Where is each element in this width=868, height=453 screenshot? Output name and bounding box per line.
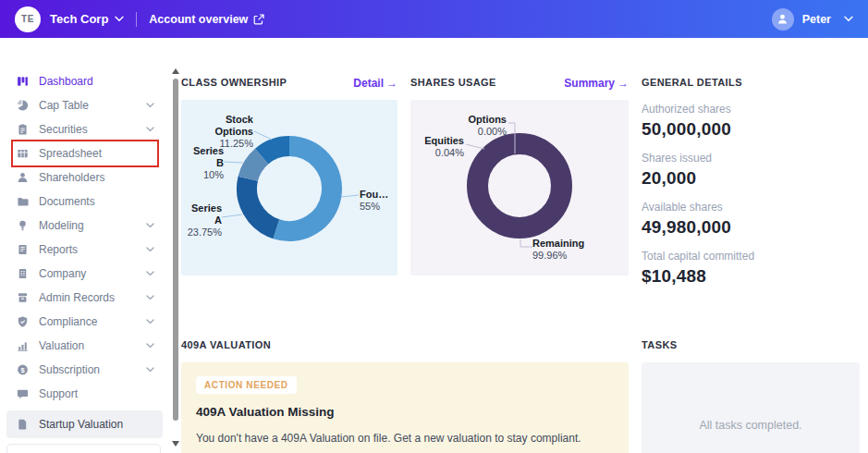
person-icon	[776, 13, 789, 25]
sidebar-item-label: Compliance	[39, 315, 97, 328]
slice-percent: 99.96%	[532, 250, 610, 262]
scroll-down-icon[interactable]	[172, 441, 179, 447]
sidebar-item-documents[interactable]: Documents	[0, 190, 167, 214]
sidebar-item-label: Documents	[39, 195, 95, 208]
lightbulb-icon	[17, 219, 30, 232]
scroll-up-icon[interactable]	[172, 68, 179, 74]
sidebar-item-valuation[interactable]: Valuation	[0, 334, 167, 358]
donut-label-series-a: Series A23.75%	[183, 202, 222, 239]
sidebar-item-shareholders[interactable]: Shareholders	[0, 165, 167, 190]
pie-chart-icon	[17, 99, 30, 112]
chat-icon	[17, 387, 30, 400]
stat-total-capital-committed: Total capital committed$10,488	[642, 250, 860, 287]
shield-icon	[17, 315, 30, 328]
sidebar-item-label: Admin Records	[39, 291, 115, 304]
bar-chart-icon	[17, 339, 30, 352]
slice-name: Series A	[183, 202, 222, 226]
sidebar-item-label: Valuation	[39, 339, 84, 352]
class-ownership-title: CLASS OWNERSHIP	[181, 77, 287, 88]
stat-value: 49,980,000	[642, 217, 860, 238]
content-scrollbar	[172, 68, 179, 447]
stat-label: Authorized shares	[642, 103, 860, 116]
sidebar-item-subscription[interactable]: $Subscription	[0, 358, 167, 382]
stat-authorized-shares: Authorized shares50,000,000	[642, 103, 860, 140]
stat-label: Available shares	[642, 201, 860, 214]
chevron-down-icon	[146, 367, 154, 373]
sidebar-item-securities[interactable]: Securities	[0, 117, 167, 141]
chevron-down-icon[interactable]	[115, 16, 124, 22]
account-overview-link[interactable]: Account overview	[149, 13, 264, 26]
user-avatar[interactable]	[772, 8, 794, 31]
stat-available-shares: Available shares49,980,000	[642, 201, 860, 238]
chevron-down-icon[interactable]	[844, 16, 853, 22]
tasks-empty-message: All tasks completed.	[699, 419, 801, 432]
slice-name: Series B	[183, 145, 224, 169]
class-ownership-detail-link[interactable]: Detail →	[353, 77, 397, 90]
slice-percent: 23.75%	[183, 226, 222, 239]
slice-percent: 0.04%	[410, 147, 464, 159]
chevron-down-icon	[146, 247, 154, 252]
donut-label-fou: Fou…55%	[360, 189, 397, 213]
tasks-title: TASKS	[642, 339, 677, 350]
slice-name: Equities	[410, 135, 464, 147]
dollar-icon: $	[17, 363, 30, 376]
409a-missing-body: You don't have a 409A Valuation on file.…	[196, 432, 614, 445]
stat-shares-issued: Shares issued20,000	[642, 152, 860, 189]
chevron-down-icon	[146, 127, 154, 132]
slice-name: Options	[447, 114, 507, 126]
building-icon	[17, 267, 30, 280]
sidebar-item-modeling[interactable]: Modeling	[0, 214, 167, 238]
shares-usage-summary-link[interactable]: Summary →	[564, 77, 629, 90]
top-header: TE Tech Corp Account overview Peter	[0, 0, 868, 38]
general-details-section: GENERAL DETAILS Authorized shares50,000,…	[642, 77, 860, 299]
sidebar-item-cap-table[interactable]: Cap Table	[0, 93, 167, 117]
header-divider	[136, 12, 137, 27]
chevron-down-icon	[146, 271, 154, 276]
org-name[interactable]: Tech Corp	[50, 12, 108, 26]
clipboard-icon	[17, 123, 30, 136]
sidebar-item-reports[interactable]: Reports	[0, 238, 167, 262]
sidebar-item-label: Shareholders	[39, 171, 104, 184]
sidebar-item-spreadsheet[interactable]: Spreadsheet	[0, 141, 167, 165]
shares-usage-donut-chart: Options0.00%Equities0.04%Remaining99.96%	[410, 100, 629, 275]
report-icon	[17, 243, 30, 256]
sidebar-item-startup-valuation[interactable]: Startup Valuation	[6, 410, 163, 438]
sidebar-item-compliance[interactable]: Compliance	[0, 310, 167, 334]
stat-value: $10,488	[642, 266, 860, 287]
sidebar-item-partial	[6, 444, 161, 453]
sidebar-item-label: Dashboard	[39, 75, 93, 88]
dashboard-icon	[17, 75, 30, 88]
external-link-icon	[253, 14, 264, 25]
chevron-down-icon	[146, 343, 154, 349]
chevron-down-icon	[146, 295, 154, 300]
chevron-down-icon	[146, 223, 154, 228]
donut-label-remaining: Remaining99.96%	[532, 238, 610, 262]
arrow-right-icon: →	[617, 77, 629, 90]
document-icon	[17, 418, 30, 431]
records-icon	[17, 291, 30, 304]
user-name[interactable]: Peter	[802, 13, 831, 26]
shares-usage-title: SHARES USAGE	[410, 77, 496, 88]
shares-usage-section: SHARES USAGE Summary → Options0.00%Equit…	[410, 77, 629, 299]
sidebar-nav: DashboardCap TableSecuritiesSpreadsheetS…	[0, 38, 167, 453]
slice-percent: 10%	[183, 169, 224, 181]
org-logo[interactable]: TE	[15, 6, 41, 32]
stat-label: Shares issued	[642, 152, 860, 165]
sidebar-item-label: Reports	[39, 243, 78, 256]
sidebar-item-label: Company	[39, 267, 86, 280]
sidebar-item-company[interactable]: Company	[0, 262, 167, 286]
table-icon	[17, 147, 30, 160]
class-ownership-section: CLASS OWNERSHIP Detail → Stock Options11…	[181, 77, 397, 299]
sidebar-item-label: Cap Table	[39, 99, 89, 112]
sidebar-item-label: Modeling	[39, 219, 84, 232]
sidebar-item-label: Spreadsheet	[39, 147, 102, 160]
sidebar-item-label: Securities	[39, 123, 88, 136]
sidebar-item-support[interactable]: Support	[0, 382, 167, 406]
arrow-right-icon: →	[386, 77, 397, 90]
account-overview-label: Account overview	[149, 13, 248, 26]
409a-valuation-title: 409A VALUATION	[181, 339, 271, 350]
scrollbar-thumb[interactable]	[173, 79, 178, 421]
sidebar-item-admin-records[interactable]: Admin Records	[0, 286, 167, 310]
sidebar-item-dashboard[interactable]: Dashboard	[0, 69, 167, 93]
donut-label-series-b: Series B10%	[183, 145, 224, 181]
